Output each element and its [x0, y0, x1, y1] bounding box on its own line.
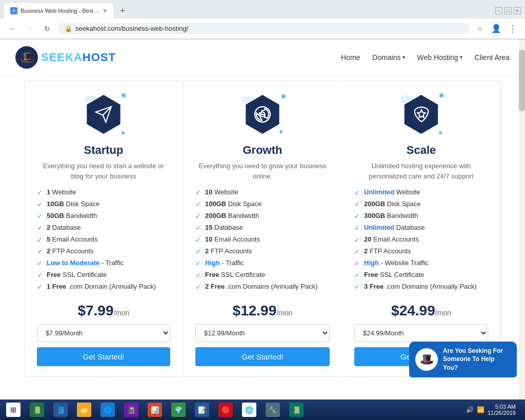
growth-plan-name: Growth	[243, 144, 282, 157]
startup-price-select[interactable]: $7.99/Month $6.99/Month (Annual)	[37, 324, 170, 342]
close-button[interactable]: ✕	[514, 7, 521, 14]
url-text: seekahost.com/business-web-hosting/	[75, 25, 188, 32]
startup-feature-bandwidth: ✓50GB Bandwidth	[37, 212, 170, 220]
check-icon: ✓	[195, 212, 201, 220]
scale-feature-database: ✓Unlimited Database	[354, 224, 488, 232]
startup-feature-traffic: ✓Low to Moderate - Traffic	[37, 259, 170, 267]
taskbar-powerpoint[interactable]: 📊	[144, 401, 166, 418]
check-icon: ✓	[37, 212, 43, 220]
check-icon: ✓	[354, 248, 360, 255]
growth-icon-wrapper	[239, 91, 286, 137]
site-navigation: 🎩 SEEKAHOST Home Domains Web Hosting Cli…	[0, 39, 525, 75]
growth-feature-ssl: ✓Free SSL Certificate	[195, 271, 330, 279]
growth-get-started-button[interactable]: Get Started!	[195, 347, 330, 366]
startup-feature-ssl: ✓Free SSL Certificate	[37, 271, 170, 279]
bookmark-button[interactable]: ☆	[473, 22, 487, 36]
profile-button[interactable]: 👤	[489, 22, 503, 36]
nav-domains[interactable]: Domains	[372, 53, 405, 62]
publisher-icon: 📗	[289, 403, 304, 417]
start-button[interactable]: ⊞	[2, 401, 25, 418]
address-bar[interactable]: 🔒 seekahost.com/business-web-hosting/	[57, 23, 470, 34]
growth-plan-desc: Everything you need to grow your busines…	[195, 161, 330, 181]
taskbar-word[interactable]: 📘	[49, 401, 72, 418]
ie-icon: 🌐	[100, 403, 115, 417]
minimize-button[interactable]: ─	[495, 7, 502, 14]
taskbar-ie[interactable]: 🌐	[96, 401, 119, 418]
startup-features: ✓1 Website ✓10GB Disk Space ✓50GB Bandwi…	[37, 188, 170, 294]
growth-feature-email: ✓10 Email Accounts	[195, 235, 330, 244]
growth-feature-traffic: ✓High - Traffic	[195, 259, 330, 267]
taskbar-explorer[interactable]: 📁	[73, 401, 95, 418]
taskbar-onenote[interactable]: 📓	[120, 401, 143, 418]
chat-message: Are You Seeking For Someone To Help You?	[443, 347, 511, 372]
growth-feature-bandwidth: ✓200GB Bandwidth	[195, 212, 330, 220]
check-icon: ✓	[354, 259, 360, 267]
chrome-icon: 🌐	[242, 403, 256, 417]
scroll-thumb[interactable]	[519, 50, 525, 111]
scale-feature-websites: ✓Unlimited Website	[354, 188, 488, 196]
check-icon: ✓	[37, 201, 43, 208]
check-icon: ✓	[195, 189, 201, 196]
check-icon: ✓	[354, 283, 360, 291]
nav-web-hosting[interactable]: Web Hosting	[417, 53, 462, 62]
scale-feature-ftp: ✓2 FTP Accounts	[354, 247, 488, 255]
new-tab-button[interactable]: +	[116, 5, 129, 17]
check-icon: ✓	[354, 189, 360, 196]
check-icon: ✓	[354, 271, 360, 279]
taskbar-settings[interactable]: 🔧	[261, 401, 284, 418]
growth-feature-ftp: ✓2 FTP Accounts	[195, 247, 330, 255]
scrollbar[interactable]	[519, 39, 525, 400]
scale-icon-wrapper	[398, 91, 445, 137]
check-icon: ✓	[195, 224, 201, 232]
scale-feature-traffic: ✓High - Website Traffic	[354, 259, 488, 267]
check-icon: ✓	[195, 271, 201, 279]
taskbar-volume-icon: 📶	[477, 406, 484, 413]
chat-widget[interactable]: 🎩 Are You Seeking For Someone To Help Yo…	[409, 342, 517, 377]
check-icon: ✓	[37, 189, 43, 196]
check-icon: ✓	[195, 259, 201, 267]
startup-feature-domain: ✓1 Free .com Domain (Annually Pack)	[37, 283, 170, 291]
check-icon: ✓	[37, 224, 43, 232]
check-icon: ✓	[195, 283, 201, 291]
startup-plan-desc: Everything you need to start a website o…	[37, 161, 170, 181]
check-icon: ✓	[37, 259, 43, 267]
startup-feature-ftp: ✓2 FTP Accounts	[37, 247, 170, 255]
startup-feature-websites: ✓1 Website	[37, 188, 170, 196]
scale-feature-email: ✓20 Email Accounts	[354, 235, 488, 244]
tab-close-button[interactable]: ✕	[103, 8, 107, 14]
startup-price: $7.99/mon	[77, 303, 129, 319]
taskbar-opera[interactable]: 🔴	[214, 401, 237, 418]
active-tab[interactable]: B Business Web Hosting - Best Bu... ✕	[4, 3, 113, 18]
taskbar-clock: 5:03 AM 11/26/2019	[488, 404, 520, 416]
check-icon: ✓	[37, 248, 43, 255]
taskbar-winword[interactable]: 📝	[191, 401, 213, 418]
taskbar: ⊞ 📗 📘 📁 🌐 📓 📊 🌍 📝 🔴 🌐 🔧 📗 🔊 📶 5:03 A	[0, 399, 525, 420]
taskbar-system-area: 🔊 📶 5:03 AM 11/26/2019	[466, 404, 523, 416]
scale-price: $24.99/mon	[391, 303, 451, 319]
menu-button[interactable]: ⋮	[506, 22, 520, 36]
back-button[interactable]: ←	[5, 22, 19, 36]
startup-get-started-button[interactable]: Get Started!	[37, 347, 170, 366]
taskbar-chrome[interactable]: 🌐	[238, 401, 260, 418]
scale-feature-ssl: ✓Free SSL Certificate	[354, 271, 488, 279]
check-icon: ✓	[37, 283, 43, 291]
growth-price-select[interactable]: $12.99/Month $10.99/Month (Annual)	[195, 324, 330, 342]
lock-icon: 🔒	[65, 25, 72, 32]
logo-icon: 🎩	[15, 46, 38, 69]
taskbar-excel[interactable]: 📗	[26, 401, 48, 418]
nav-home[interactable]: Home	[341, 53, 360, 62]
taskbar-app7[interactable]: 🌍	[167, 401, 190, 418]
taskbar-publisher[interactable]: 📗	[285, 401, 308, 418]
taskbar-network-icon: 🔊	[466, 406, 474, 413]
windows-icon: ⊞	[6, 403, 21, 417]
maximize-button[interactable]: □	[504, 7, 512, 14]
check-icon: ✓	[195, 236, 201, 244]
startup-plan-card: Startup Everything you need to start a w…	[24, 81, 183, 377]
refresh-button[interactable]: ↻	[40, 22, 54, 36]
check-icon: ✓	[37, 236, 43, 244]
check-icon: ✓	[354, 201, 360, 208]
onenote-icon: 📓	[124, 403, 138, 417]
nav-client-area[interactable]: Client Area	[475, 53, 510, 62]
forward-button[interactable]: →	[23, 22, 37, 36]
logo[interactable]: 🎩 SEEKAHOST	[15, 46, 116, 69]
